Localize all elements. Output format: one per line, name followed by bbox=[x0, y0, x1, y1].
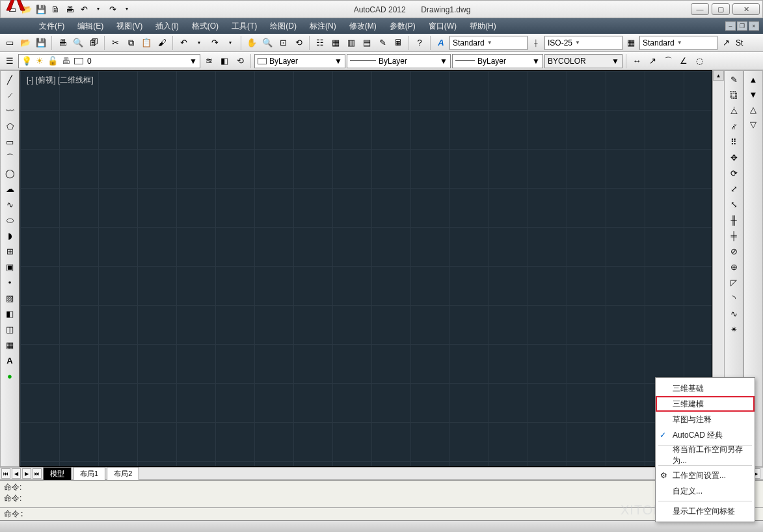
close-button[interactable]: ✕ bbox=[732, 3, 760, 15]
save-icon[interactable]: 💾 bbox=[34, 36, 48, 50]
move-icon[interactable]: ✥ bbox=[727, 150, 741, 165]
stretch-icon[interactable]: ⤡ bbox=[727, 197, 741, 211]
block-insert-icon[interactable]: ⊞ bbox=[3, 244, 17, 258]
qat-print-icon[interactable]: 🖶 bbox=[63, 3, 76, 16]
zoom-rt-icon[interactable]: 🔍 bbox=[260, 36, 274, 50]
dim-arc-icon[interactable]: ⌒ bbox=[661, 54, 675, 68]
mleaderstyle-icon[interactable]: ↗ bbox=[719, 36, 733, 50]
circle-icon[interactable]: ◯ bbox=[3, 166, 17, 180]
region-icon[interactable]: ◫ bbox=[3, 322, 17, 336]
extend-icon[interactable]: ╪ bbox=[727, 228, 741, 243]
sheetset-icon[interactable]: ▤ bbox=[360, 36, 374, 50]
menu-window[interactable]: 窗口(W) bbox=[422, 18, 463, 34]
color-selector[interactable]: ByLayer ▼ bbox=[254, 54, 345, 68]
ctx-3d-modeling[interactable]: 三维建模 bbox=[656, 396, 755, 412]
qat-redo-dd-icon[interactable]: ▾ bbox=[120, 3, 133, 16]
ctx-customize[interactable]: 自定义... bbox=[656, 483, 755, 499]
blend-icon[interactable]: ∿ bbox=[727, 306, 741, 321]
zoom-window-icon[interactable]: ⊡ bbox=[276, 36, 290, 50]
qat-undo-icon[interactable]: ↶ bbox=[77, 3, 90, 16]
fillet-icon[interactable]: ◝ bbox=[727, 291, 741, 305]
pan-icon[interactable]: ✋ bbox=[245, 36, 259, 50]
drawing-canvas[interactable]: [-] [俯视] [二维线框] bbox=[20, 70, 712, 467]
line-icon[interactable]: ╱ bbox=[3, 72, 17, 86]
mdi-close-icon[interactable]: × bbox=[749, 21, 759, 31]
dim-angular-icon[interactable]: ∠ bbox=[676, 54, 691, 68]
qat-redo-icon[interactable]: ↷ bbox=[106, 3, 119, 16]
polygon-icon[interactable]: ⬠ bbox=[3, 119, 17, 133]
minimize-button[interactable]: — bbox=[691, 3, 709, 15]
tab-layout1[interactable]: 布局1 bbox=[73, 467, 105, 480]
redo-icon[interactable]: ↷ bbox=[207, 36, 222, 50]
menu-tools[interactable]: 工具(T) bbox=[225, 18, 263, 34]
calc-icon[interactable]: 🖩 bbox=[391, 36, 405, 50]
explode-icon[interactable]: ✴ bbox=[727, 322, 741, 336]
send-back-icon[interactable]: ▼ bbox=[746, 87, 760, 101]
ctx-workspace-settings[interactable]: ⚙ 工作空间设置... bbox=[656, 468, 755, 483]
cut-icon[interactable]: ✂ bbox=[108, 36, 122, 50]
command-window[interactable]: 命令: 命令: 命令: bbox=[0, 480, 763, 520]
arc-icon[interactable]: ⌒ bbox=[3, 150, 17, 165]
layer-prev-icon[interactable]: ⟲ bbox=[233, 54, 247, 68]
command-input-row[interactable]: 命令: bbox=[0, 507, 763, 520]
xline-icon[interactable]: ⟋ bbox=[3, 88, 17, 102]
redo-dd-icon[interactable]: ▾ bbox=[223, 36, 237, 50]
scale-icon[interactable]: ⤢ bbox=[727, 181, 741, 196]
tab-model[interactable]: 模型 bbox=[43, 467, 72, 480]
plotstyle-selector[interactable]: BYCOLOR ▼ bbox=[544, 54, 622, 68]
break-icon[interactable]: ⊘ bbox=[727, 244, 741, 258]
spline-icon[interactable]: ∿ bbox=[3, 197, 17, 211]
chamfer-icon[interactable]: ◸ bbox=[727, 275, 741, 289]
menu-format[interactable]: 格式(O) bbox=[185, 18, 225, 34]
rotate-icon[interactable]: ⟳ bbox=[727, 166, 741, 180]
tablestyle-icon[interactable]: ▦ bbox=[624, 36, 638, 50]
menu-parametric[interactable]: 参数(P) bbox=[383, 18, 422, 34]
menu-insert[interactable]: 插入(I) bbox=[149, 18, 185, 34]
hatch-icon[interactable]: ▨ bbox=[3, 291, 17, 305]
bring-front-icon[interactable]: ▲ bbox=[746, 72, 760, 86]
ctx-3d-basics[interactable]: 三维基础 bbox=[656, 380, 755, 396]
revcloud-icon[interactable]: ☁ bbox=[3, 181, 17, 196]
print-icon[interactable]: 🖶 bbox=[55, 36, 70, 50]
help-icon[interactable]: ? bbox=[412, 36, 427, 50]
linetype-selector[interactable]: ByLayer ▼ bbox=[347, 54, 451, 68]
textstyle-icon[interactable]: A bbox=[434, 36, 448, 50]
array-icon[interactable]: ⠿ bbox=[727, 135, 741, 149]
offset-icon[interactable]: ⫽ bbox=[727, 119, 741, 133]
mdi-min-icon[interactable]: – bbox=[725, 21, 736, 31]
open-icon[interactable]: 📂 bbox=[18, 36, 33, 50]
mtext-icon[interactable]: A bbox=[3, 353, 17, 367]
matchprop-icon[interactable]: 🖌 bbox=[155, 36, 169, 50]
menu-view[interactable]: 视图(V) bbox=[110, 18, 149, 34]
send-below-icon[interactable]: ▽ bbox=[746, 117, 760, 131]
menu-modify[interactable]: 修改(M) bbox=[343, 18, 383, 34]
menu-draw[interactable]: 绘图(D) bbox=[263, 18, 303, 34]
paste-icon[interactable]: 📋 bbox=[139, 36, 154, 50]
ctx-autocad-classic[interactable]: ✓ AutoCAD 经典 bbox=[656, 427, 755, 443]
toolpalette-icon[interactable]: ▥ bbox=[344, 36, 358, 50]
properties-icon[interactable]: ☷ bbox=[313, 36, 327, 50]
layer-selector[interactable]: 💡 ☀ 🔓 🖶 0 ▼ bbox=[18, 54, 200, 68]
dim-radius-icon[interactable]: ◌ bbox=[692, 54, 706, 68]
ctx-drafting[interactable]: 草图与注释 bbox=[656, 412, 755, 427]
tab-nav-prev-icon[interactable]: ◀ bbox=[12, 468, 21, 479]
layerprops-icon[interactable]: ☰ bbox=[3, 54, 17, 68]
menu-file[interactable]: 文件(F) bbox=[33, 18, 71, 34]
app-menu-button[interactable] bbox=[3, 0, 29, 13]
point-icon[interactable]: • bbox=[3, 275, 17, 289]
tab-layout2[interactable]: 布局2 bbox=[107, 467, 139, 480]
polyline-icon[interactable]: 〰 bbox=[3, 103, 17, 118]
tab-nav-next-icon[interactable]: ▶ bbox=[22, 468, 31, 479]
gradient-icon[interactable]: ◧ bbox=[3, 306, 17, 321]
menu-dimension[interactable]: 标注(N) bbox=[303, 18, 343, 34]
layer-states-icon[interactable]: ≋ bbox=[202, 54, 216, 68]
publish-icon[interactable]: 🗐 bbox=[87, 36, 101, 50]
mirror-icon[interactable]: ⧊ bbox=[727, 103, 741, 118]
scroll-up-icon[interactable]: ▲ bbox=[713, 70, 724, 81]
ctx-show-label[interactable]: 显示工作空间标签 bbox=[656, 503, 755, 519]
preview-icon[interactable]: 🔍 bbox=[71, 36, 85, 50]
qat-undo-dd-icon[interactable]: ▾ bbox=[92, 3, 105, 16]
ctx-save-workspace[interactable]: 将当前工作空间另存为... bbox=[656, 447, 755, 463]
ellipse-arc-icon[interactable]: ◗ bbox=[3, 228, 17, 243]
menu-edit[interactable]: 编辑(E) bbox=[71, 18, 110, 34]
